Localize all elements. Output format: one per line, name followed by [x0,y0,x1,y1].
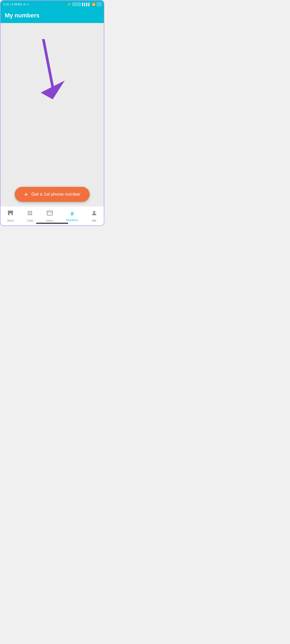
inbox-icon [47,210,53,218]
nav-item-store[interactable]: Store [4,208,17,224]
time: 0:16 [3,3,9,6]
nav-label-store: Store [7,219,14,222]
nav-item-inbox[interactable]: Inbox [43,208,57,224]
svg-rect-9 [28,213,29,214]
svg-rect-6 [28,211,29,212]
get-first-number-button[interactable]: + Get a 1st phone number [15,187,90,202]
svg-rect-14 [31,214,32,215]
home-indicator [36,223,68,224]
svg-rect-11 [31,213,32,214]
svg-rect-5 [9,213,12,215]
svg-marker-2 [41,81,65,99]
arrow-annotation [14,39,73,109]
svg-rect-8 [31,211,32,212]
main-content: + Get a 1st phone number [1,23,104,207]
svg-rect-7 [29,211,30,212]
status-bar: 0:16 | 0.0KB/s ✉ ▭ ⚡ VoLTE ▌▌▌▌ 📶 70 [1,1,104,8]
store-icon [7,210,14,218]
me-icon [91,210,97,218]
numbers-icon: # [71,210,74,217]
screen-icon: ▭ [27,3,29,6]
svg-rect-10 [29,213,30,214]
network-speed: 0.0KB/s [12,3,22,6]
status-right: ⚡ VoLTE ▌▌▌▌ 📶 70 [67,2,101,6]
volte-icon: VoLTE [72,3,81,6]
wifi-icon: 📶 [92,3,96,6]
nav-item-me[interactable]: Me [88,208,101,224]
nav-label-numbers: Numbers [66,218,78,222]
svg-line-1 [43,39,53,87]
app-title: My numbers [5,12,40,19]
nav-item-numbers[interactable]: # Numbers [63,209,81,223]
svg-rect-15 [47,211,52,215]
email-icon: ✉ [23,3,26,6]
battery-level: 70 [98,3,100,6]
nav-item-calls[interactable]: Calls [24,208,36,224]
fab-label: Get a 1st phone number [31,192,80,197]
nav-label-me: Me [92,219,96,222]
status-left: 0:16 | 0.0KB/s ✉ ▭ [3,3,29,6]
bluetooth-icon: ⚡ [67,3,71,6]
calls-icon [27,210,33,218]
svg-rect-12 [28,214,29,215]
app-header: My numbers [1,8,104,23]
bottom-nav: Store Calls Inbox # [1,206,104,225]
battery-icon: 70 [97,2,101,6]
fab-plus-icon: + [24,191,28,198]
nav-label-calls: Calls [27,219,33,222]
signal-icon: ▌▌▌▌ [82,3,90,6]
svg-rect-13 [29,214,30,215]
svg-point-16 [93,211,95,213]
nav-label-inbox: Inbox [46,219,54,222]
separator: | [10,3,11,6]
svg-rect-3 [8,211,13,212]
